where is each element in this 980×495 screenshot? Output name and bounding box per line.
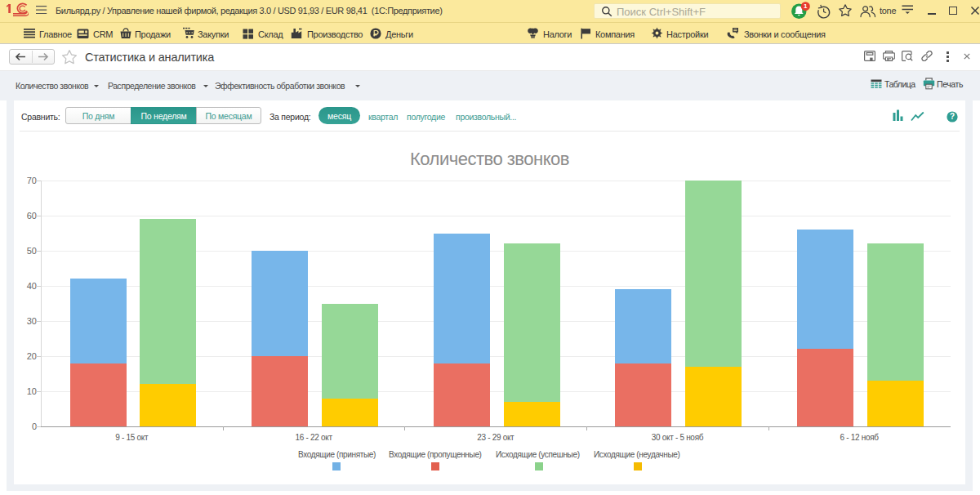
svg-text:1: 1 bbox=[804, 2, 808, 10]
svg-text:?: ? bbox=[950, 112, 955, 121]
